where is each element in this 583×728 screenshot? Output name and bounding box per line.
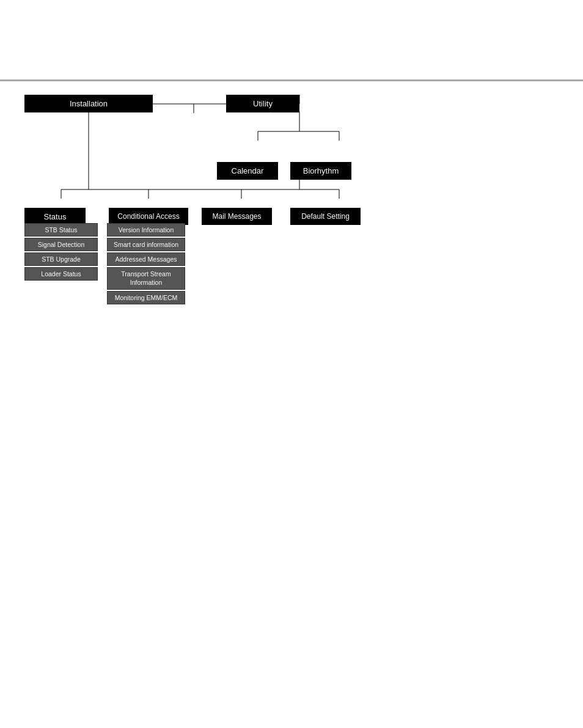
mail-messages-label: Mail Messages [202,208,272,225]
transport-stream-item[interactable]: Transport Stream Information [107,267,185,290]
signal-detection-item[interactable]: Signal Detection [24,238,98,251]
addressed-messages-item[interactable]: Addressed Messages [107,252,185,266]
top-bar [0,79,583,81]
mail-messages-node[interactable]: Mail Messages [202,208,272,225]
loader-status-item[interactable]: Loader Status [24,267,98,281]
conditional-access-label: Conditional Access [109,208,188,225]
diagram-wrapper: Installation Utility Calendar Biorhythm … [6,95,434,370]
conditional-subitems: Version Information Smart card informati… [107,223,185,304]
utility-node[interactable]: Utility [226,95,299,112]
monitoring-emm-item[interactable]: Monitoring EMM/ECM [107,291,185,304]
stb-upgrade-item[interactable]: STB Upgrade [24,252,98,266]
version-info-item[interactable]: Version Information [107,223,185,237]
default-setting-label: Default Setting [290,208,361,225]
biorhythm-node[interactable]: Biorhythm [290,162,351,180]
utility-label: Utility [226,95,299,112]
stb-status-item[interactable]: STB Status [24,223,98,237]
conditional-access-node[interactable]: Conditional Access [109,208,188,225]
status-subitems: STB Status Signal Detection STB Upgrade … [24,223,98,281]
default-setting-node[interactable]: Default Setting [290,208,361,225]
calendar-label: Calendar [217,162,278,180]
calendar-node[interactable]: Calendar [217,162,278,180]
biorhythm-label: Biorhythm [290,162,351,180]
installation-node[interactable]: Installation [24,95,153,112]
installation-label: Installation [24,95,153,112]
smartcard-info-item[interactable]: Smart card information [107,238,185,251]
